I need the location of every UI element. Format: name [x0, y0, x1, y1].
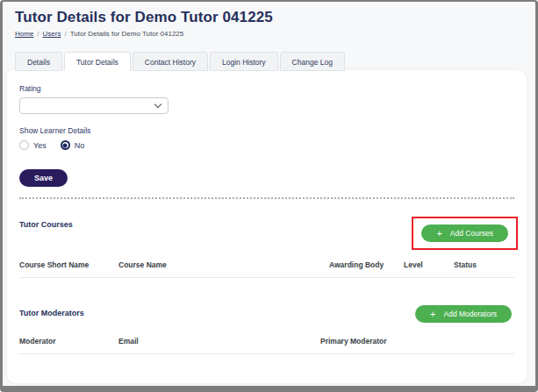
radio-no-label: No	[75, 141, 85, 150]
tab-change-log[interactable]: Change Log	[280, 52, 345, 71]
tab-details[interactable]: Details	[15, 52, 62, 71]
tutor-moderators-heading: Tutor Moderators	[19, 309, 84, 317]
col-level: Level	[404, 260, 454, 269]
rating-label: Rating	[19, 84, 514, 93]
page-title: Tutor Details for Demo Tutor 041225	[15, 9, 535, 26]
plus-icon: +	[430, 310, 435, 317]
show-learner-label: Show Learner Details	[19, 126, 514, 135]
col-awarding-body: Awarding Body	[329, 260, 404, 269]
col-email: Email	[118, 337, 320, 346]
add-moderators-button[interactable]: + Add Moderators	[415, 305, 512, 323]
red-annotation-box: + Add Courses	[412, 217, 518, 250]
courses-table-divider	[19, 277, 514, 278]
save-button[interactable]: Save	[19, 169, 68, 187]
tab-tutor-details[interactable]: Tutor Details	[64, 52, 131, 71]
col-moderator: Moderator	[19, 337, 118, 346]
breadcrumb-link-home[interactable]: Home	[15, 30, 33, 38]
col-primary-moderator: Primary Moderator	[320, 337, 514, 346]
show-learner-radio-group: Yes No	[19, 140, 514, 150]
breadcrumb: Home / Users / Tutor Details for Demo Tu…	[15, 30, 535, 38]
radio-no[interactable]: No	[61, 140, 85, 150]
plus-icon: +	[436, 230, 441, 237]
tab-bar: Details Tutor Details Contact History Lo…	[15, 52, 535, 71]
dotted-divider	[19, 197, 514, 199]
breadcrumb-separator: /	[64, 30, 66, 38]
tutor-courses-section-header: Tutor Courses + Add Courses	[19, 217, 514, 250]
col-course-short-name: Course Short Name	[19, 260, 118, 269]
courses-table-header: Course Short Name Course Name Awarding B…	[19, 260, 514, 269]
breadcrumb-separator: /	[37, 30, 39, 38]
moderators-table-divider	[19, 353, 514, 354]
tab-panel: Rating Show Learner Details Yes No Save …	[7, 70, 527, 383]
add-moderators-label: Add Moderators	[444, 310, 497, 318]
chevron-down-icon	[154, 101, 161, 108]
tab-contact-history[interactable]: Contact History	[133, 52, 208, 71]
radio-yes-label: Yes	[33, 141, 47, 150]
add-courses-button[interactable]: + Add Courses	[421, 225, 508, 242]
col-course-name: Course Name	[118, 260, 329, 269]
screenshot-frame: Tutor Details for Demo Tutor 041225 Home…	[0, 0, 538, 392]
tutor-courses-heading: Tutor Courses	[19, 220, 73, 229]
page-header: Tutor Details for Demo Tutor 041225 Home…	[15, 9, 535, 38]
col-status: Status	[454, 260, 514, 269]
radio-yes[interactable]: Yes	[19, 140, 47, 150]
add-courses-label: Add Courses	[450, 229, 493, 238]
tutor-moderators-section-header: Tutor Moderators + Add Moderators	[19, 305, 514, 323]
breadcrumb-link-users[interactable]: Users	[43, 30, 61, 38]
moderators-table-header: Moderator Email Primary Moderator	[19, 337, 514, 346]
breadcrumb-current: Tutor Details for Demo Tutor 041225	[70, 30, 184, 38]
tab-login-history[interactable]: Login History	[210, 52, 278, 71]
radio-yes-circle-icon	[19, 140, 29, 150]
rating-select[interactable]	[19, 97, 169, 114]
radio-no-circle-icon	[61, 140, 70, 150]
